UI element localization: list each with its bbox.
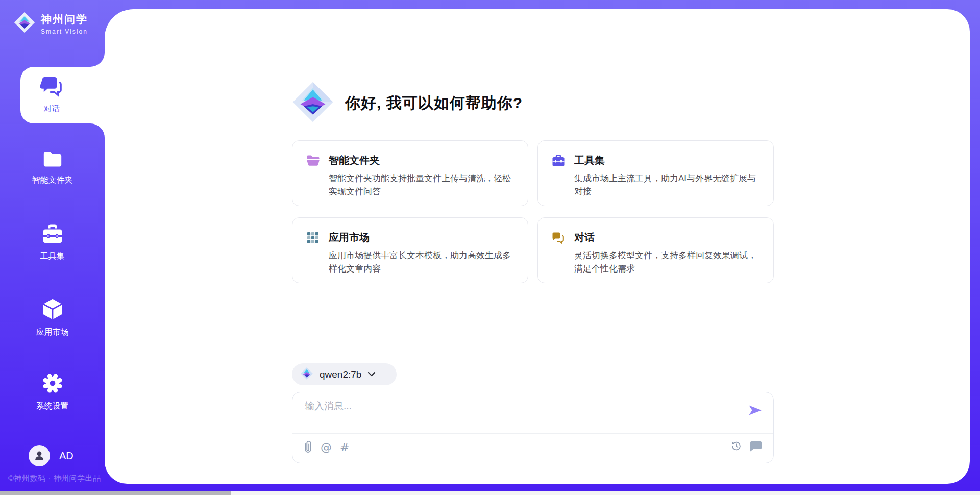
toolbox-icon [550,155,567,167]
cube-icon [0,298,105,323]
message-composer: @ # [292,392,774,463]
tab-fillet-bottom [90,123,105,138]
feedback-icon[interactable] [750,441,762,452]
card-title: 应用市场 [329,231,370,244]
folder-icon [0,150,105,171]
card-smart-folder[interactable]: 智能文件夹 智能文件夹功能支持批量文件上传与清洗，轻松实现文件问答 [292,140,528,206]
horizontal-scrollbar[interactable] [0,491,980,495]
brand-subtitle: Smart Vision [41,28,88,35]
avatar [29,445,50,466]
model-name: qwen2:7b [320,369,361,380]
chat-icon [40,77,64,100]
sidebar-item-app-market[interactable]: 应用市场 [0,298,105,338]
greeting-title: 你好, 我可以如何帮助你? [345,93,523,114]
sidebar-item-label: 系统设置 [36,402,69,410]
composer-divider [292,433,773,434]
logo-diamond-icon [13,11,36,36]
card-description: 集成市场上主流工具，助力AI与外界无缝扩展与对接 [574,172,760,199]
user-initials: AD [59,450,74,462]
toolbox-icon [0,224,105,247]
sidebar: 神州问学 Smart Vision 对话 智能文件夹 [0,0,105,495]
chevron-down-icon [368,370,376,378]
sidebar-item-settings[interactable]: 系统设置 [0,372,105,412]
card-title: 对话 [574,231,595,244]
grid-icon [304,232,322,244]
user-profile[interactable]: AD [29,445,74,466]
tab-fillet-top [90,53,105,67]
person-icon [33,450,45,462]
logo-diamond-icon [292,81,334,126]
feature-cards: 智能文件夹 智能文件夹功能支持批量文件上传与清洗，轻松实现文件问答 工具集 集成… [292,140,774,283]
copyright-footer: ©神州数码 · 神州问学出品 [8,474,101,483]
scrollbar-thumb[interactable] [0,491,231,495]
sidebar-item-label: 应用市场 [36,328,69,336]
attachment-icon[interactable] [304,440,312,454]
model-selector[interactable]: qwen2:7b [292,363,397,385]
card-description: 灵活切换多模型文件，支持多样回复效果调试，满足个性化需求 [574,249,760,276]
sidebar-item-smart-folder[interactable]: 智能文件夹 [0,150,105,186]
folder-icon [304,155,322,166]
chat-icon [550,232,567,244]
sidebar-item-chat[interactable]: 对话 [20,67,105,123]
hash-icon[interactable]: # [340,441,349,454]
card-toolbox[interactable]: 工具集 集成市场上主流工具，助力AI与外界无缝扩展与对接 [537,140,774,206]
card-app-market[interactable]: 应用市场 应用市场提供丰富长文本模板，助力高效生成多样化文章内容 [292,217,528,283]
gear-icon [0,372,105,397]
sidebar-item-toolbox[interactable]: 工具集 [0,224,105,262]
card-chat[interactable]: 对话 灵活切换多模型文件，支持多样回复效果调试，满足个性化需求 [537,217,774,283]
history-icon[interactable] [730,440,742,452]
card-title: 智能文件夹 [329,154,380,167]
send-icon[interactable] [748,405,762,417]
message-input[interactable] [305,400,739,429]
sidebar-item-label: 工具集 [40,252,65,260]
greeting: 你好, 我可以如何帮助你? [292,81,523,126]
sidebar-item-label: 对话 [44,104,60,114]
brand-logo: 神州问学 Smart Vision [13,11,88,36]
card-description: 智能文件夹功能支持批量文件上传与清洗，轻松实现文件问答 [329,172,514,199]
logo-diamond-icon [300,367,313,382]
card-title: 工具集 [574,154,605,167]
mention-icon[interactable]: @ [321,441,332,454]
brand-name: 神州问学 [41,12,88,27]
card-description: 应用市场提供丰富长文本模板，助力高效生成多样化文章内容 [329,249,514,276]
sidebar-item-label: 智能文件夹 [32,176,73,184]
